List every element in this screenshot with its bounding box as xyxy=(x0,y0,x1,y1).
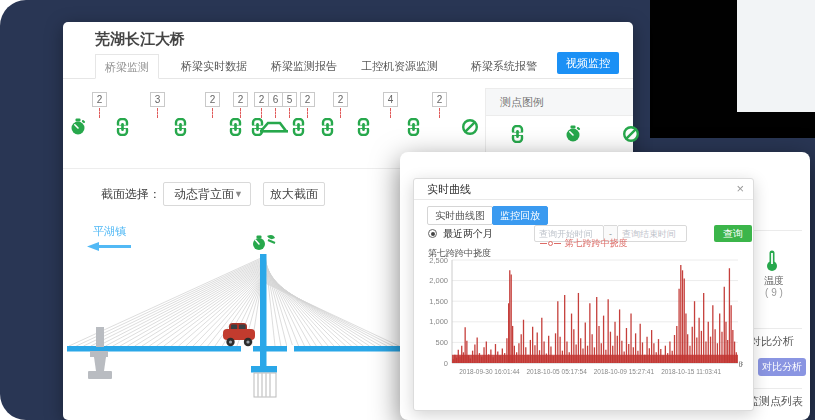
tab-bridge-monitor[interactable]: 桥梁监测 xyxy=(95,54,159,79)
svg-text:2,000: 2,000 xyxy=(429,276,448,285)
deflection-chart: 05001,0001,5002,0002,5002018-09-30 16:01… xyxy=(426,257,743,387)
sensor-dashed-line xyxy=(289,108,290,118)
detail-window: 温度 ( 9 ) 对比分析 对比分析 监测点列表 实时曲线 × 实时曲线图 监控… xyxy=(400,152,810,420)
radio-last-two-months[interactable] xyxy=(428,229,437,238)
chain-sensor-icon[interactable] xyxy=(405,118,423,136)
sensor-dashed-line xyxy=(261,108,262,118)
sensor-count-badge: 6 xyxy=(268,92,283,107)
close-icon[interactable]: × xyxy=(736,179,744,199)
section-select-dropdown[interactable]: 动态背立面 ▼ xyxy=(163,182,251,206)
temperature-count: ( 9 ) xyxy=(756,287,792,298)
sensor-count-badge: 2 xyxy=(333,92,348,107)
tab-system-alarm[interactable]: 桥梁系统报警 xyxy=(471,54,537,79)
sensor-dashed-line xyxy=(212,108,213,118)
svg-text:500: 500 xyxy=(435,338,448,347)
realtime-curve-modal: 实时曲线 × 实时曲线图 监控回放 最近两个月 - 查询 第七跨跨中挠度 xyxy=(413,178,754,411)
section-select-label: 截面选择： xyxy=(101,186,161,203)
sensor-dashed-line xyxy=(439,108,440,118)
sensor-count-badge: 2 xyxy=(300,92,315,107)
sensor-count-badge: 2 xyxy=(233,92,248,107)
tab-monitor-report[interactable]: 桥梁监测报告 xyxy=(271,54,337,79)
chain-legend-icon xyxy=(509,125,527,143)
chain-sensor-icon[interactable] xyxy=(114,118,132,136)
bridge-tower xyxy=(260,254,267,366)
svg-text:1,500: 1,500 xyxy=(429,297,448,306)
svg-text:2018-10-15 11:03:41: 2018-10-15 11:03:41 xyxy=(661,368,721,375)
car-image xyxy=(223,323,255,346)
bridge-sensor-icon[interactable] xyxy=(260,118,288,136)
tower-pier xyxy=(254,373,276,397)
svg-text:时间: 时间 xyxy=(739,360,743,369)
main-tabbar: 桥梁监测 桥梁实时数据 桥梁监测报告 工控机资源监测 桥梁系统报警 视频监控 xyxy=(63,54,633,79)
sensor-count-badge: 2 xyxy=(432,92,447,107)
point-legend-title: 测点图例 xyxy=(486,88,633,116)
chain-sensor-icon[interactable] xyxy=(172,118,190,136)
modal-title: 实时曲线 xyxy=(414,179,753,200)
chevron-down-icon: ▼ xyxy=(234,183,243,205)
svg-text:0: 0 xyxy=(444,359,448,368)
gauge-legend-icon xyxy=(564,125,582,143)
sensor-count-badge: 2 xyxy=(254,92,269,107)
sensor-dashed-line xyxy=(99,108,100,118)
sensor-count-badge: 3 xyxy=(150,92,165,107)
bridge-diagram xyxy=(63,218,408,418)
tab-monitor-playback[interactable]: 监控回放 xyxy=(492,206,548,225)
gauge-sensor-icon[interactable] xyxy=(69,118,87,136)
sensor-count-badge: 2 xyxy=(92,92,107,107)
legend-marker-icon xyxy=(548,241,553,246)
sensor-dashed-line xyxy=(157,108,158,118)
sensor-count-badge: 4 xyxy=(383,92,398,107)
tower-cap xyxy=(251,366,277,373)
section-select-value: 动态背立面 xyxy=(174,187,234,201)
no-entry-sensor-icon[interactable] xyxy=(461,118,479,136)
background-window-fragment xyxy=(737,0,815,112)
chain-sensor-icon[interactable] xyxy=(227,118,245,136)
legend-label: 第七跨跨中挠度 xyxy=(565,237,628,250)
sensor-dashed-line xyxy=(275,108,276,118)
sensor-dashed-line xyxy=(307,108,308,118)
svg-text:2,500: 2,500 xyxy=(429,257,448,265)
sensor-dashed-line xyxy=(340,108,341,118)
thermometer-icon xyxy=(766,250,778,272)
tab-realtime-curve[interactable]: 实时曲线图 xyxy=(427,206,493,225)
sensor-count-badge: 5 xyxy=(282,92,297,107)
svg-text:1,000: 1,000 xyxy=(429,317,448,326)
chain-sensor-icon[interactable] xyxy=(355,118,373,136)
chain-sensor-icon[interactable] xyxy=(290,118,308,136)
tab-realtime-data[interactable]: 桥梁实时数据 xyxy=(181,54,247,79)
sensor-count-badge: 2 xyxy=(205,92,220,107)
tab-ipc-resource[interactable]: 工控机资源监测 xyxy=(361,54,438,79)
no-entry-legend-icon xyxy=(622,125,640,143)
temperature-label: 温度 xyxy=(756,274,792,288)
tower-top-sensor-icons xyxy=(253,235,275,250)
svg-text:2018-10-09 15:27:41: 2018-10-09 15:27:41 xyxy=(594,368,655,375)
svg-text:2018-09-30 16:01:44: 2018-09-30 16:01:44 xyxy=(459,368,520,375)
bridge-deck xyxy=(67,346,404,352)
svg-text:2018-10-05 05:17:54: 2018-10-05 05:17:54 xyxy=(526,368,587,375)
point-list-header: 监测点列表 xyxy=(748,394,803,409)
sensor-dashed-line xyxy=(390,108,391,118)
legend-line-icon xyxy=(540,243,547,244)
screenshot-stage: 芜湖长江大桥 桥梁监测 桥梁实时数据 桥梁监测报告 工控机资源监测 桥梁系统报警… xyxy=(0,0,815,420)
left-pier xyxy=(88,327,112,379)
deck-joint xyxy=(287,345,294,353)
deck-joint xyxy=(241,345,253,353)
zoom-section-button[interactable]: 放大截面 xyxy=(263,182,325,206)
video-monitor-button[interactable]: 视频监控 xyxy=(557,52,619,74)
sensor-dashed-line xyxy=(240,108,241,118)
compare-button[interactable]: 对比分析 xyxy=(758,358,806,376)
chain-sensor-icon[interactable] xyxy=(319,118,337,136)
page-title: 芜湖长江大桥 xyxy=(95,30,185,49)
compare-section-header: 对比分析 xyxy=(750,334,794,349)
legend-line-icon xyxy=(554,243,561,244)
